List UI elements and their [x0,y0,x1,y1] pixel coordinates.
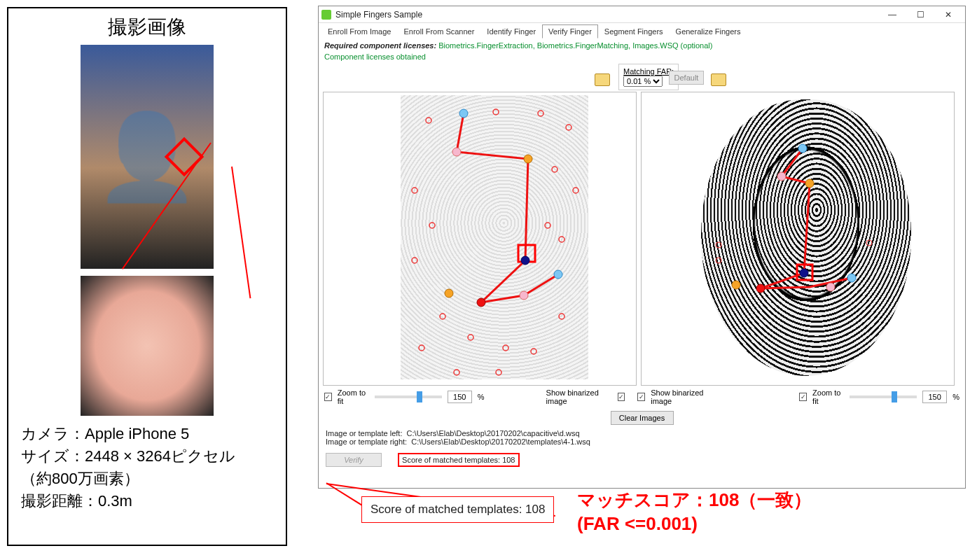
fingerprint-image-right [701,99,911,376]
fingerprint-panel-right[interactable] [641,92,955,386]
callout-box: Score of matched templates: 108 [361,496,554,523]
minimize-button[interactable]: — [878,7,906,22]
tab-verify-finger[interactable]: Verify Finger [542,24,598,38]
fingerprint-area [319,92,965,386]
size-value: 2448 × 3264ピクセル [85,447,235,465]
window-title: Simple Fingers Sample [335,10,422,20]
show-binarized-right-label: Show binarized image [651,388,716,405]
path-right-label: Image or template right: [326,438,407,446]
annotation-line1: マッチスコア：108（一致） [577,489,812,512]
tab-identify-finger[interactable]: Identify Finger [480,24,542,38]
photo-captured: 👤 [81,45,214,269]
app-window: Simple Fingers Sample — ☐ ✕ Enroll From … [318,6,966,489]
zoom-right-value[interactable]: 150 [922,391,947,403]
tab-generalize-fingers[interactable]: Generalize Fingers [670,24,747,38]
verify-button[interactable]: Verify [326,453,382,467]
maximize-button[interactable]: ☐ [906,7,934,22]
app-icon [321,10,331,20]
zoom-right-slider[interactable] [850,396,917,398]
left-info: カメラ：Apple iPhone 5 サイズ：2448 × 3264ピクセル （… [8,416,286,512]
license-label: Required component licenses: [324,41,436,50]
tab-strip: Enroll From Image Enroll From Scanner Id… [319,23,965,38]
score-text: Score of matched templates: 108 [398,453,519,467]
annotation-line2: (FAR <=0.001) [577,512,812,536]
titlebar[interactable]: Simple Fingers Sample — ☐ ✕ [319,6,965,23]
zoom-to-fit-left-label: Zoom to fit [338,388,369,405]
distance-label: 撮影距離： [21,492,98,510]
default-button[interactable]: Default [669,71,704,85]
license-links: Biometrics.FingerExtraction, Biometrics.… [438,41,712,50]
show-binarized-left-checkbox[interactable]: ✓ [618,393,625,401]
path-left-value: C:\Users\Elab\Desktop\20170202\capacitiv… [407,429,580,438]
bottom-row-left: ✓ Zoom to fit 150 % Show binarized image… [319,386,965,408]
tab-enroll-from-image[interactable]: Enroll From Image [321,24,397,38]
fingerprint-panel-left[interactable] [323,92,637,386]
left-title: 撮影画像 [8,14,286,41]
slider-thumb-icon[interactable] [417,391,422,402]
percent-label: % [952,393,959,401]
paths: Image or template left: C:\Users\Elab\De… [319,425,965,450]
distance-value: 0.3m [98,492,132,510]
percent-label: % [478,393,485,401]
tab-enroll-from-scanner[interactable]: Enroll From Scanner [397,24,480,38]
window-controls: — ☐ ✕ [878,7,962,22]
zoom-to-fit-right-label: Zoom to fit [812,388,844,405]
open-right-button[interactable] [711,74,726,86]
clear-images-button[interactable]: Clear Images [611,411,674,425]
path-left-label: Image or template left: [326,429,402,438]
zoom-to-fit-right-checkbox[interactable]: ✓ [799,393,807,401]
matching-far-label: Matching FAR: [623,67,674,76]
camera-value: Apple iPhone 5 [85,425,189,442]
callout-line-icon [231,167,251,298]
matching-far-select[interactable]: 0.01 % [623,76,663,87]
camera-label: カメラ： [21,425,85,442]
license-bar: Required component licenses: Biometrics.… [319,38,965,52]
pixels-note: （約800万画素） [21,468,277,490]
license-status: Component licenses obtained [319,52,965,64]
open-left-button[interactable] [595,74,610,86]
size-label: サイズ： [21,447,85,465]
close-button[interactable]: ✕ [934,7,962,22]
annotation-text: マッチスコア：108（一致） (FAR <=0.001) [577,489,812,536]
zoom-to-fit-left-checkbox[interactable]: ✓ [324,393,332,401]
photo-finger-crop [81,276,214,416]
path-right-value: C:\Users\Elab\Desktop\20170202\templates… [411,438,590,446]
show-binarized-left-label: Show binarized image [546,388,612,405]
slider-thumb-icon[interactable] [892,391,897,402]
controls-row: Matching FAR: 0.01 % Default [319,64,965,92]
zoom-left-slider[interactable] [375,396,442,398]
tab-segment-fingers[interactable]: Segment Fingers [598,24,670,38]
show-binarized-right-checkbox[interactable]: ✓ [637,393,645,401]
left-panel: 撮影画像 👤 カメラ：Apple iPhone 5 サイズ：2448 × 326… [7,7,287,546]
fingerprint-image-left [401,95,588,379]
zoom-left-value[interactable]: 150 [448,391,472,403]
